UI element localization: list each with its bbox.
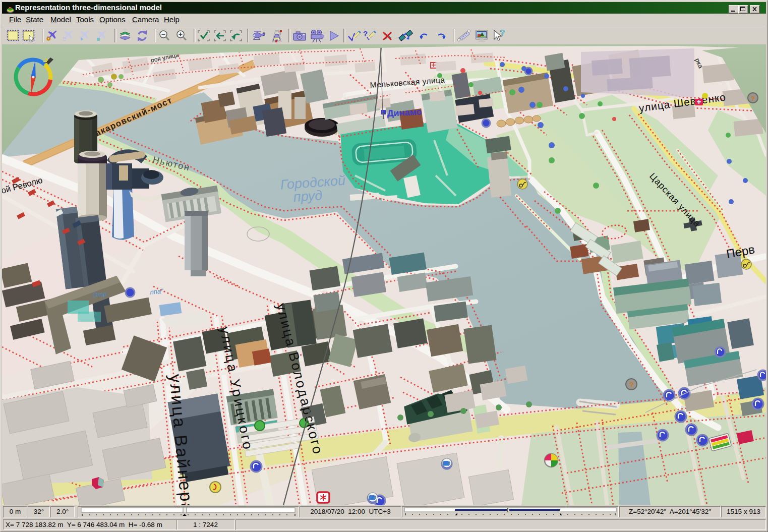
svg-text:?: ? bbox=[751, 95, 755, 102]
svg-text:?: ? bbox=[363, 29, 368, 38]
svg-text:Отр: Отр bbox=[92, 290, 107, 299]
svg-text:Динамо: Динамо bbox=[387, 106, 422, 119]
svg-text:ппа": ппа" bbox=[150, 287, 164, 296]
svg-text:?: ? bbox=[500, 29, 505, 38]
svg-text:пруд: пруд bbox=[293, 188, 323, 205]
svg-text:?: ? bbox=[629, 381, 634, 389]
